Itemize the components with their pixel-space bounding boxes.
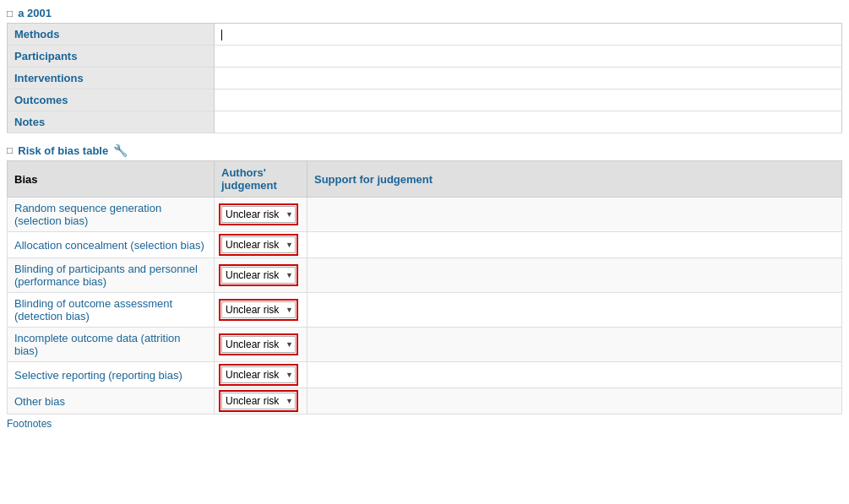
col-header-judgement: Authors' judgement	[215, 161, 307, 198]
judgement-select[interactable]: High riskLow riskUnclear risk	[221, 366, 296, 383]
rob-support-cell[interactable]	[307, 198, 842, 232]
judgement-select-wrapper: High riskLow riskUnclear risk	[221, 267, 296, 284]
rob-table-row: Blinding of outcome assessment (detectio…	[8, 293, 842, 328]
judgement-select[interactable]: High riskLow riskUnclear risk	[221, 206, 296, 223]
judgement-select-wrapper: High riskLow riskUnclear risk	[221, 206, 296, 223]
rob-judgement-cell: High riskLow riskUnclear risk	[215, 232, 307, 258]
info-row-label: Interventions	[8, 68, 215, 89]
rob-toggle[interactable]: □	[7, 144, 13, 156]
judgement-select[interactable]: High riskLow riskUnclear risk	[221, 267, 296, 284]
study-toggle[interactable]: □	[7, 8, 13, 19]
rob-bias-label: Blinding of outcome assessment (detectio…	[8, 293, 215, 328]
info-row: Methods	[8, 24, 842, 46]
judgement-select-wrapper: High riskLow riskUnclear risk	[221, 301, 296, 318]
judgement-select[interactable]: High riskLow riskUnclear risk	[221, 336, 296, 353]
rob-support-cell[interactable]	[307, 232, 842, 258]
info-row: Participants	[8, 46, 842, 68]
rob-bias-label: Blinding of participants and personnel (…	[8, 258, 215, 293]
info-table: MethodsParticipantsInterventionsOutcomes…	[7, 23, 842, 133]
info-row-label: Methods	[8, 24, 215, 46]
rob-table-row: Other biasHigh riskLow riskUnclear risk	[8, 388, 842, 415]
judgement-select[interactable]: High riskLow riskUnclear risk	[221, 236, 296, 253]
study-title[interactable]: a 2001	[18, 7, 52, 19]
rob-judgement-cell: High riskLow riskUnclear risk	[215, 362, 307, 388]
col-header-support: Support for judgement	[307, 161, 842, 198]
rob-settings-icon[interactable]: 🔧	[113, 144, 128, 157]
info-row-value[interactable]	[215, 46, 842, 68]
info-row-value[interactable]	[215, 89, 842, 111]
rob-table-row: Blinding of participants and personnel (…	[8, 258, 842, 293]
rob-support-cell[interactable]	[307, 258, 842, 293]
rob-table-row: Selective reporting (reporting bias)High…	[8, 362, 842, 388]
rob-table-row: Random sequence generation (selection bi…	[8, 198, 842, 232]
judgement-select-wrapper: High riskLow riskUnclear risk	[221, 336, 296, 353]
rob-support-cell[interactable]	[307, 293, 842, 328]
info-row-label: Outcomes	[8, 89, 215, 111]
info-row: Notes	[8, 111, 842, 133]
info-row-label: Participants	[8, 46, 215, 68]
rob-bias-label: Selective reporting (reporting bias)	[8, 362, 215, 388]
rob-table: Bias Authors' judgement Support for judg…	[7, 160, 842, 415]
judgement-select[interactable]: High riskLow riskUnclear risk	[221, 301, 296, 318]
rob-bias-label: Other bias	[8, 388, 215, 415]
rob-bias-label: Random sequence generation (selection bi…	[8, 198, 215, 232]
footnotes-label[interactable]: Footnotes	[7, 418, 842, 430]
rob-section-title[interactable]: Risk of bias table	[18, 144, 108, 157]
page-wrapper: □ a 2001 MethodsParticipantsIntervention…	[0, 0, 849, 504]
rob-table-row: Incomplete outcome data (attrition bias)…	[8, 328, 842, 362]
info-row: Interventions	[8, 68, 842, 89]
info-row: Outcomes	[8, 89, 842, 111]
judgement-select-wrapper: High riskLow riskUnclear risk	[221, 366, 296, 383]
info-row-label: Notes	[8, 111, 215, 133]
rob-judgement-cell: High riskLow riskUnclear risk	[215, 388, 307, 415]
rob-judgement-cell: High riskLow riskUnclear risk	[215, 198, 307, 232]
judgement-select-wrapper: High riskLow riskUnclear risk	[221, 236, 296, 253]
judgement-select-wrapper: High riskLow riskUnclear risk	[221, 393, 296, 409]
col-header-bias: Bias	[8, 161, 215, 198]
rob-judgement-cell: High riskLow riskUnclear risk	[215, 293, 307, 328]
info-row-value[interactable]	[215, 111, 842, 133]
rob-section-header: □ Risk of bias table 🔧	[7, 144, 842, 157]
rob-judgement-cell: High riskLow riskUnclear risk	[215, 328, 307, 362]
rob-judgement-cell: High riskLow riskUnclear risk	[215, 258, 307, 293]
study-section-header: □ a 2001	[7, 7, 842, 19]
info-row-value[interactable]	[215, 68, 842, 89]
rob-support-cell[interactable]	[307, 328, 842, 362]
rob-table-row: Allocation concealment (selection bias)H…	[8, 232, 842, 258]
rob-bias-label: Incomplete outcome data (attrition bias)	[8, 328, 215, 362]
rob-support-cell[interactable]	[307, 362, 842, 388]
judgement-select[interactable]: High riskLow riskUnclear risk	[221, 393, 296, 409]
rob-table-header-row: Bias Authors' judgement Support for judg…	[8, 161, 842, 198]
rob-bias-label: Allocation concealment (selection bias)	[8, 232, 215, 258]
info-row-value[interactable]	[215, 24, 842, 46]
rob-support-cell[interactable]	[307, 388, 842, 415]
